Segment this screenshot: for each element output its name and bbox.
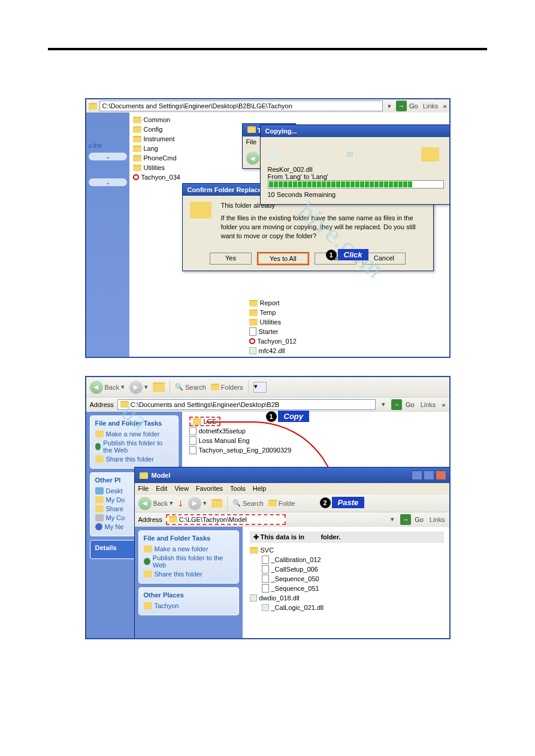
folders-button[interactable]: Folde	[268, 500, 295, 507]
task-link[interactable]: Make a new folder	[95, 430, 173, 438]
dropdown-icon[interactable]: ▾	[385, 102, 394, 110]
menu-item[interactable]: File	[138, 485, 149, 492]
chevron-right-icon: »	[443, 102, 446, 110]
dll-icon	[262, 604, 269, 611]
go-icon[interactable]: →	[400, 514, 411, 525]
list-item-selected[interactable]: LGE	[189, 417, 220, 426]
back-icon: ◄	[138, 497, 152, 510]
menu-item[interactable]: Help	[253, 485, 267, 492]
file-icon	[262, 565, 269, 573]
task-panel: File and Folder Tasks Make a new folder …	[138, 530, 239, 584]
task-link[interactable]: Publish this folder to the Web	[95, 439, 173, 454]
share-icon	[144, 570, 152, 578]
views-button[interactable]: ▾	[253, 382, 267, 393]
folder-icon	[133, 155, 141, 162]
yes-button[interactable]: Yes	[210, 253, 252, 265]
go-label[interactable]: Go	[406, 401, 415, 408]
list-item[interactable]: dwdio_018.dll	[250, 593, 444, 603]
minimize-button[interactable]	[412, 470, 422, 480]
list-item[interactable]: SVC	[250, 545, 444, 555]
back-button[interactable]: ◄Back ▾	[90, 381, 125, 394]
back-icon[interactable]: ◄	[246, 151, 259, 165]
list-item[interactable]: _CallSetup_006	[250, 564, 444, 574]
list-item[interactable]: _Calibration_012	[250, 555, 444, 564]
list-item[interactable]: Tachyon_setup_Eng_20090329	[189, 445, 442, 455]
links-label[interactable]: Links	[421, 102, 441, 110]
share-icon	[95, 456, 104, 463]
dropdown-icon[interactable]: ▾	[388, 515, 397, 523]
task-link[interactable]: Tachyon	[144, 602, 234, 609]
list-item[interactable]: mfc42.dll	[249, 346, 307, 356]
dialog-text: If the files in the existing folder have…	[221, 214, 419, 241]
screenshot-2: ◄Back ▾ ► ▾ 🔍Search Folders ▾ Address C:…	[85, 376, 451, 639]
maximize-button[interactable]	[424, 470, 434, 480]
folder-icon	[133, 117, 141, 123]
sidebar-link[interactable]: o the	[89, 142, 127, 149]
go-icon[interactable]: →	[396, 101, 407, 111]
chevron-down-icon[interactable]: ⌄	[89, 178, 127, 186]
list-item[interactable]: _CalLogic_021.dll	[250, 603, 444, 612]
forward-button[interactable]: ► ▾	[129, 381, 148, 394]
task-link[interactable]: Share this folder	[144, 570, 234, 578]
address-bar: Address C:\Documents and Settings\Engine…	[86, 397, 449, 412]
up-icon[interactable]	[153, 382, 165, 392]
menu-item[interactable]: Favorites	[196, 485, 223, 492]
content-area: ✚ This data is in folder. SVC _Calibrati…	[243, 527, 451, 639]
menu-item[interactable]: Tools	[230, 485, 246, 492]
folder-icon	[211, 384, 219, 390]
list-item[interactable]: Starter	[249, 327, 307, 336]
chevron-right-icon: »	[442, 401, 445, 408]
chevron-down-icon[interactable]: ⌄	[89, 153, 127, 160]
search-button[interactable]: 🔍Search	[175, 383, 206, 391]
page-divider	[48, 48, 487, 50]
list-item[interactable]: _Sequence_051	[250, 584, 444, 593]
folder-icon	[247, 126, 256, 133]
menu-item[interactable]: View	[174, 485, 189, 492]
menu-bar: File Edit View Favorites Tools Help	[135, 483, 451, 494]
tasks-header: File and Folder Tasks	[144, 535, 234, 542]
cancel-button[interactable]: Cancel	[362, 253, 406, 265]
address-input[interactable]: C:\Documents and Settings\Engineer\Deskt…	[99, 101, 383, 111]
list-item[interactable]: dotnetfx35setup	[189, 426, 442, 436]
screenshot-1: C:\Documents and Settings\Engineer\Deskt…	[85, 98, 451, 358]
yes-to-all-button[interactable]: Yes to All	[258, 253, 309, 265]
model-window: Model File Edit View Favorites Tools Hel…	[134, 467, 451, 639]
task-link[interactable]: Make a new folder	[144, 545, 234, 552]
step-label: Click	[338, 249, 368, 260]
links-label[interactable]: Links	[427, 516, 448, 523]
tasks-header: File and Folder Tasks	[95, 420, 173, 427]
up-icon[interactable]	[211, 499, 222, 508]
address-input[interactable]: C:\Documents and Settings\Engineer\Deskt…	[117, 399, 376, 410]
list-item[interactable]: msvcp60.dll	[249, 356, 307, 358]
folder-icon	[140, 472, 148, 479]
menu-item[interactable]: Edit	[156, 485, 167, 492]
folder-icon	[120, 401, 129, 408]
list-item[interactable]: Utilities	[249, 317, 307, 327]
list-item[interactable]: Loss Manual Eng	[189, 436, 442, 445]
address-text: C:\Documents and Settings\Engineer\Deskt…	[102, 102, 292, 110]
time-remaining: 10 Seconds Remaining	[268, 191, 444, 198]
forward-button[interactable]: ► ▾	[188, 497, 207, 510]
address-input[interactable]: C:\LGE\Tachyon\Model	[166, 514, 286, 525]
task-link[interactable]: Share this folder	[95, 456, 173, 463]
list-item[interactable]: Temp	[249, 308, 307, 317]
list-item[interactable]: _Sequence_050	[250, 574, 444, 584]
dll-icon	[249, 357, 256, 358]
hint-bar: ✚ This data is in folder.	[250, 532, 444, 543]
go-label[interactable]: Go	[415, 516, 424, 523]
other-places-panel: Other Places Tachyon	[138, 587, 239, 615]
task-link[interactable]: Publish this folder to the Web	[144, 554, 234, 569]
dropdown-icon[interactable]: ▾	[379, 400, 388, 408]
close-button[interactable]	[436, 470, 446, 480]
go-label[interactable]: Go	[409, 102, 418, 110]
back-button[interactable]: ◄Back ▾	[138, 497, 173, 510]
folder-icon	[89, 103, 97, 110]
list-item[interactable]: Tachyon_012	[249, 336, 307, 346]
search-button[interactable]: 🔍Search	[232, 499, 264, 507]
folder-icon	[249, 300, 258, 306]
go-icon[interactable]: →	[391, 399, 402, 410]
list-item[interactable]: Report	[249, 298, 307, 308]
links-label[interactable]: Links	[418, 401, 439, 408]
folders-button[interactable]: Folders	[211, 384, 243, 391]
menu-item[interactable]: File	[246, 138, 257, 145]
